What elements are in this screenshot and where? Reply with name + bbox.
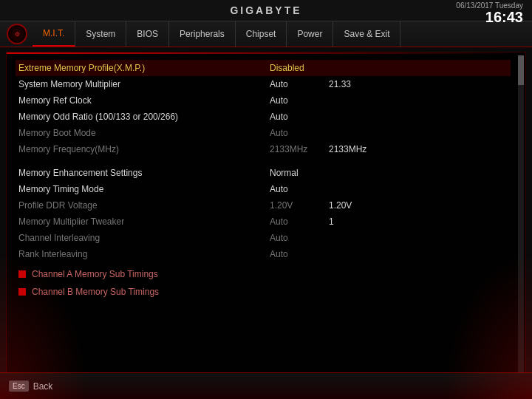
row-value1-mem-boot-mode: Auto: [270, 128, 329, 138]
settings-row-sys-mem-mult[interactable]: System Memory MultiplierAuto21.33: [16, 76, 511, 92]
row-label-mem-mult-tweaker: Memory Multiplier Tweaker: [18, 216, 270, 227]
bg-decoration-left: [0, 251, 89, 399]
settings-row-mem-freq[interactable]: Memory Frequency(MHz)2133MHz2133MHz: [16, 141, 511, 157]
row-value1-sys-mem-mult: Auto: [270, 79, 329, 89]
row-value1-mem-ref-clock: Auto: [270, 95, 329, 106]
sub-timing-channel-b[interactable]: Channel B Memory Sub Timings: [18, 283, 508, 301]
settings-row-channel-interleave[interactable]: Channel InterleavingAuto: [16, 230, 511, 246]
row-value1-mem-mult-tweaker: Auto: [270, 216, 329, 227]
sub-timings-section: Channel A Memory Sub TimingsChannel B Me…: [16, 265, 511, 301]
header-time: 16:43: [456, 10, 523, 24]
nav-item-power[interactable]: Power: [287, 21, 333, 47]
scrollbar-thumb: [518, 55, 524, 85]
row-value1-mem-enh: Normal: [270, 168, 329, 178]
row-value2-mem-freq: 2133MHz: [329, 144, 388, 154]
row-value1-mem-odd-ratio: Auto: [270, 112, 329, 122]
settings-row-mem-boot-mode[interactable]: Memory Boot ModeAuto: [16, 125, 511, 141]
row-label-mem-odd-ratio: Memory Odd Ratio (100/133 or 200/266): [18, 112, 270, 122]
row-value2-sys-mem-mult: 21.33: [329, 79, 388, 89]
settings-row-mem-ref-clock[interactable]: Memory Ref ClockAuto: [16, 92, 511, 109]
sub-timing-channel-a[interactable]: Channel A Memory Sub Timings: [18, 265, 508, 283]
row-label-channel-interleave: Channel Interleaving: [18, 233, 270, 243]
nav-item-save-exit[interactable]: Save & Exit: [333, 21, 400, 47]
header-title: GIGABYTE: [230, 4, 301, 16]
settings-row-mem-enh[interactable]: Memory Enhancement SettingsNormal: [16, 165, 511, 181]
row-label-mem-freq: Memory Frequency(MHz): [18, 144, 270, 154]
row-value1-profile-ddr: 1.20V: [270, 200, 329, 211]
bg-decoration-right: [443, 251, 532, 399]
row-value1-mem-timing: Auto: [270, 184, 329, 194]
header: GIGABYTE 06/13/2017 Tuesday 16:43: [0, 0, 532, 21]
nav-item-system[interactable]: System: [75, 21, 126, 47]
settings-row-mem-timing[interactable]: Memory Timing ModeAuto: [16, 181, 511, 197]
row-value1-mem-freq: 2133MHz: [270, 144, 329, 154]
row-label-xmp: Extreme Memory Profile(X.M.P.): [18, 63, 270, 73]
header-datetime: 06/13/2017 Tuesday 16:43: [456, 1, 523, 24]
nav-item-bios[interactable]: BIOS: [126, 21, 169, 47]
row-label-mem-ref-clock: Memory Ref Clock: [18, 95, 270, 106]
row-value1-channel-interleave: Auto: [270, 233, 329, 243]
nav-item-chipset[interactable]: Chipset: [236, 21, 287, 47]
settings-row-rank-interleave[interactable]: Rank InterleavingAuto: [16, 246, 511, 262]
row-label-mem-enh: Memory Enhancement Settings: [18, 168, 270, 178]
row-label-profile-ddr: Profile DDR Voltage: [18, 200, 270, 211]
nav-items: M.I.T. System BIOS Peripherals Chipset P…: [33, 21, 400, 47]
settings-gap: [16, 157, 511, 165]
row-label-sys-mem-mult: System Memory Multiplier: [18, 79, 270, 89]
settings-row-profile-ddr[interactable]: Profile DDR Voltage1.20V1.20V: [16, 197, 511, 214]
row-value2-mem-mult-tweaker: 1: [329, 216, 388, 227]
settings-row-xmp[interactable]: Extreme Memory Profile(X.M.P.)Disabled: [16, 60, 511, 76]
nav-logo: ⚙: [4, 24, 30, 44]
row-value1-xmp: Disabled: [270, 63, 329, 73]
row-value2-profile-ddr: 1.20V: [329, 200, 388, 211]
nav-item-peripherals[interactable]: Peripherals: [169, 21, 236, 47]
row-label-mem-timing: Memory Timing Mode: [18, 184, 270, 194]
settings-row-mem-mult-tweaker[interactable]: Memory Multiplier TweakerAuto1: [16, 214, 511, 230]
settings-row-mem-odd-ratio[interactable]: Memory Odd Ratio (100/133 or 200/266)Aut…: [16, 109, 511, 125]
nav-item-mit[interactable]: M.I.T.: [33, 21, 75, 47]
row-label-mem-boot-mode: Memory Boot Mode: [18, 128, 270, 138]
navbar: ⚙ M.I.T. System BIOS Peripherals Chipset…: [0, 21, 532, 47]
row-value1-rank-interleave: Auto: [270, 249, 329, 259]
nav-logo-icon: ⚙: [7, 24, 27, 44]
